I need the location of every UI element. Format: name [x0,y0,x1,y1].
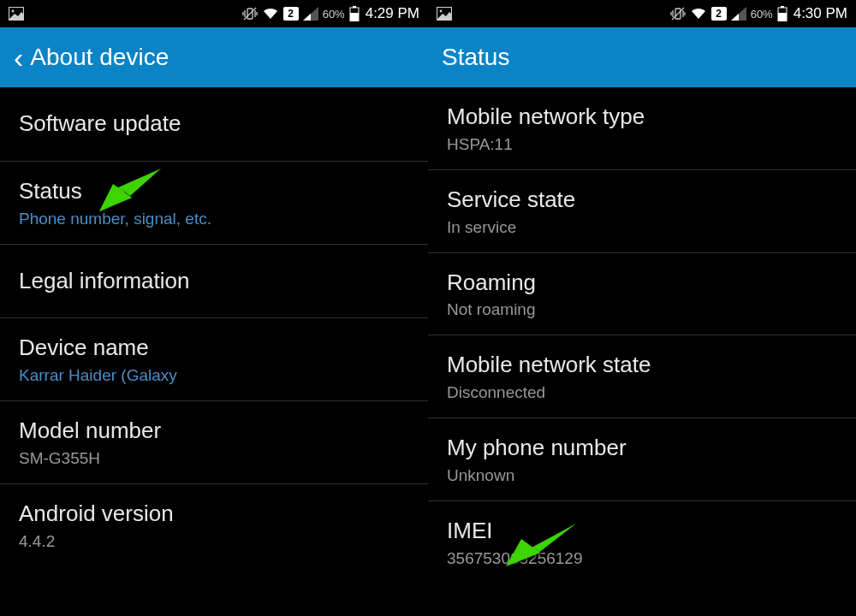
svg-line-3 [244,8,256,20]
header-title: Status [442,44,509,71]
battery-percentage: 60% [751,8,773,21]
item-subtitle: In service [447,218,837,237]
item-subtitle: Phone number, signal, etc. [19,210,409,228]
item-subtitle: Not roaming [447,300,837,319]
item-software-update[interactable]: Software update [0,87,428,162]
header-title: About device [30,44,169,71]
right-panel: 2 60% 4:30 PM Status Mobile network type… [428,0,856,616]
svg-marker-7 [123,169,161,196]
vibrate-icon [242,7,258,21]
item-subtitle: HSPA:11 [447,135,837,154]
battery-icon [777,6,788,21]
clock-time: 4:29 PM [366,5,419,22]
item-title: Legal information [19,267,409,296]
vibrate-icon [670,7,686,21]
item-subtitle: Disconnected [447,383,837,402]
sim-indicator: 2 [711,7,727,21]
settings-list: Software update Status Phone number, sig… [0,87,428,616]
item-imei[interactable]: IMEI 356753065256129 [428,501,856,583]
signal-icon [303,7,318,21]
battery-percentage: 60% [323,8,345,21]
picture-icon [9,7,24,21]
svg-point-10 [440,10,443,13]
item-legal-information[interactable]: Legal information [0,245,428,319]
item-android-version[interactable]: Android version 4.4.2 [0,484,428,566]
item-title: Service state [447,186,837,215]
wifi-icon [262,7,279,21]
picture-icon [437,7,452,21]
item-title: Model number [19,417,409,446]
header-bar: ‹ About device [0,27,428,87]
item-mobile-network-type[interactable]: Mobile network type HSPA:11 [428,87,856,170]
item-title: Android version [19,500,409,529]
back-icon[interactable]: ‹ [14,41,23,74]
signal-icon [731,7,746,21]
battery-icon [349,6,360,21]
item-subtitle: Unknown [447,466,837,485]
item-service-state[interactable]: Service state In service [428,170,856,253]
status-bar: 2 60% 4:30 PM [428,0,856,27]
item-title: Status [19,177,409,206]
left-panel: 2 60% 4:29 PM ‹ About device Software up… [0,0,428,616]
clock-time: 4:30 PM [794,5,847,22]
item-status[interactable]: Status Phone number, signal, etc. [0,162,428,245]
item-model-number[interactable]: Model number SM-G355H [0,401,428,484]
status-bar: 2 60% 4:29 PM [0,0,428,27]
item-title: My phone number [447,434,837,463]
svg-rect-6 [350,13,359,21]
item-my-phone-number[interactable]: My phone number Unknown [428,418,856,501]
item-roaming[interactable]: Roaming Not roaming [428,253,856,336]
highlight-arrow-icon [94,167,163,214]
svg-point-1 [12,10,15,13]
item-mobile-network-state[interactable]: Mobile network state Disconnected [428,335,856,418]
svg-marker-17 [506,539,540,566]
wifi-icon [690,7,707,21]
status-list: Mobile network type HSPA:11 Service stat… [428,87,856,616]
sim-indicator: 2 [283,7,299,21]
item-subtitle: 4.4.2 [19,532,409,551]
item-device-name[interactable]: Device name Karrar Haider (Galaxy [0,318,428,401]
item-title: Roaming [447,269,837,298]
item-title: Device name [19,334,409,363]
item-title: Mobile network type [447,103,837,132]
item-title: Mobile network state [447,351,837,380]
item-subtitle: Karrar Haider (Galaxy [19,366,409,385]
item-subtitle: SM-G355H [19,449,409,468]
svg-marker-16 [532,524,576,553]
header-bar: Status [428,27,856,87]
svg-rect-15 [778,13,787,21]
item-title: Software update [19,110,409,139]
highlight-arrow-icon [501,522,578,569]
svg-line-12 [672,8,684,20]
